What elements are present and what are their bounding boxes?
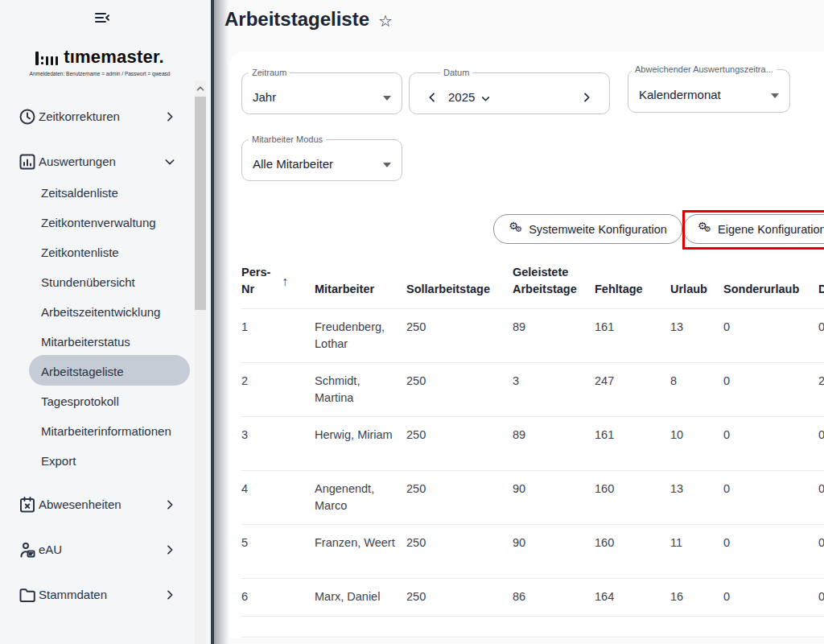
sidebar-item-zeitkorrekturen[interactable]: Zeitkorrekturen	[0, 101, 193, 132]
page-title: Arbeitstageliste	[225, 8, 369, 31]
sidebar-item-stammdaten[interactable]: Stammdaten	[0, 580, 193, 610]
mitarbeiter-modus-label: Mitarbeiter Modus	[249, 134, 326, 144]
sidebar-shadow	[214, 0, 229, 644]
dropdown-arrow-icon	[771, 93, 779, 98]
dropdown-arrow-icon	[383, 96, 391, 101]
systemweite-konfiguration-button[interactable]: ⚙⚙ Systemweite Konfiguration	[493, 214, 682, 244]
abweichender-zeitraum-select[interactable]: Abweichender Auswertungszeitra... Kalend…	[628, 64, 790, 113]
clock-icon	[18, 107, 37, 126]
person-document-icon	[18, 540, 37, 559]
table-row[interactable]: 3Herwig, Miriam250891611000	[241, 417, 824, 471]
sidebar-item-tagesprotokoll[interactable]: Tagesprotokoll	[41, 386, 190, 416]
dropdown-arrow-icon	[383, 163, 391, 167]
sidebar-item-label: Stammdaten	[39, 580, 107, 610]
sidebar-item-mitarbeiterinformationen[interactable]: Mitarbeiterinformationen	[41, 416, 190, 446]
logo-text: tımemaster.	[64, 47, 164, 68]
sidebar-item-eau[interactable]: eAU	[0, 535, 193, 565]
table-header-row: Pers-Nr ↑ Mitarbeiter Sollarbeitstage Ge…	[241, 259, 824, 309]
sidebar-item-zeitkontenverwaltung[interactable]: Zeitkontenverwaltung	[41, 208, 190, 237]
mitarbeiter-modus-value: Alle Mitarbeiter	[253, 157, 333, 171]
table-row[interactable]: 5Franzen, Weert250901601100	[241, 525, 824, 579]
sidebar-item-auswertungen[interactable]: Auswertungen	[0, 147, 193, 177]
year-dropdown-icon[interactable]	[480, 93, 493, 106]
app-window: tımemaster. Anmeldedaten: Benutzername =…	[0, 0, 824, 644]
sidebar-item-zeitkontenliste[interactable]: Zeitkontenliste	[41, 237, 190, 267]
credentials-note: Anmeldedaten: Benutzername = admin / Pas…	[0, 71, 200, 76]
column-header-pers-nr[interactable]: Pers-Nr ↑	[241, 264, 315, 308]
chevron-right-icon	[163, 588, 176, 601]
annotation-highlight-box	[682, 210, 824, 250]
column-header-mitarbeiter[interactable]: Mitarbeiter	[315, 281, 406, 308]
sidebar-item-label: Zeitkorrekturen	[39, 101, 120, 132]
table-row-empty	[241, 617, 824, 638]
datum-value[interactable]: 2025	[448, 90, 475, 104]
sidebar-item-zeitsaldenliste[interactable]: Zeitsaldenliste	[41, 178, 190, 208]
datum-control: Datum 2025	[409, 68, 610, 114]
datum-label: Datum	[440, 68, 472, 77]
arbeitstage-table: Pers-Nr ↑ Mitarbeiter Sollarbeitstage Ge…	[241, 259, 824, 638]
column-header-cutoff[interactable]: D	[818, 281, 824, 308]
calendar-x-icon	[18, 495, 37, 514]
sidebar-item-stundenuebersicht[interactable]: Stundenübersicht	[41, 267, 190, 297]
logo: tımemaster.	[0, 47, 200, 68]
zeitraum-label: Zeitraum	[249, 68, 290, 77]
systemweite-konfiguration-label: Systemweite Konfiguration	[529, 223, 667, 236]
sort-ascending-icon[interactable]: ↑	[282, 273, 288, 290]
sidebar-item-arbeitszeitentwicklung[interactable]: Arbeitszeitentwicklung	[41, 297, 190, 327]
table-row[interactable]: 1Freudenberg, Lothar250891611300	[241, 309, 824, 363]
zeitraum-value: Jahr	[253, 90, 276, 104]
menu-collapse-icon[interactable]	[93, 8, 112, 27]
chevron-right-icon	[163, 543, 176, 556]
gears-icon: ⚙⚙	[509, 222, 523, 237]
bar-chart-icon	[18, 152, 37, 171]
prev-period-icon[interactable]	[426, 91, 439, 104]
sidebar-item-label: Auswertungen	[39, 147, 116, 177]
chevron-down-icon	[163, 155, 176, 168]
table-row[interactable]: 2Schmidt, Martina2503247802	[241, 363, 824, 417]
scroll-up-arrow-icon[interactable]	[195, 83, 206, 94]
sidebar-item-abwesenheiten[interactable]: Abwesenheiten	[0, 489, 193, 520]
chevron-right-icon	[163, 110, 176, 123]
abweichender-label: Abweichender Auswertungszeitra...	[632, 64, 777, 74]
column-header-fehltage[interactable]: Fehltage	[595, 281, 670, 308]
sidebar-item-export[interactable]: Export	[41, 446, 190, 476]
sidebar-item-arbeitstageliste[interactable]: Arbeitstageliste	[41, 357, 190, 386]
sidebar-item-label: Abwesenheiten	[39, 489, 122, 520]
logo-mark-icon	[35, 52, 58, 68]
sidebar-item-mitarbeiterstatus[interactable]: Mitarbeiterstatus	[41, 327, 190, 357]
column-header-urlaub[interactable]: Urlaub	[670, 281, 723, 308]
sidebar-item-label: eAU	[39, 535, 62, 565]
column-header-geleistete-arbeitstage[interactable]: Geleistete Arbeitstage	[513, 264, 595, 308]
column-header-sonderurlaub[interactable]: Sonderurlaub	[723, 281, 818, 308]
zeitraum-select[interactable]: Zeitraum Jahr	[241, 68, 402, 114]
mitarbeiter-modus-select[interactable]: Mitarbeiter Modus Alle Mitarbeiter	[241, 134, 402, 181]
next-period-icon[interactable]	[580, 91, 593, 104]
abweichender-value: Kalendermonat	[639, 88, 721, 101]
sidebar: tımemaster. Anmeldedaten: Benutzername =…	[0, 0, 211, 644]
column-header-sollarbeitstage[interactable]: Sollarbeitstage	[406, 281, 513, 308]
folder-icon	[18, 585, 37, 605]
sidebar-scrollbar-thumb[interactable]	[195, 97, 206, 310]
table-row[interactable]: 4Angenendt, Marco250901601300	[241, 471, 824, 525]
table-row[interactable]: 6Marx, Daniel250861641600	[241, 579, 824, 617]
chevron-right-icon	[163, 498, 176, 511]
favorite-star-icon[interactable]: ☆	[378, 11, 393, 31]
